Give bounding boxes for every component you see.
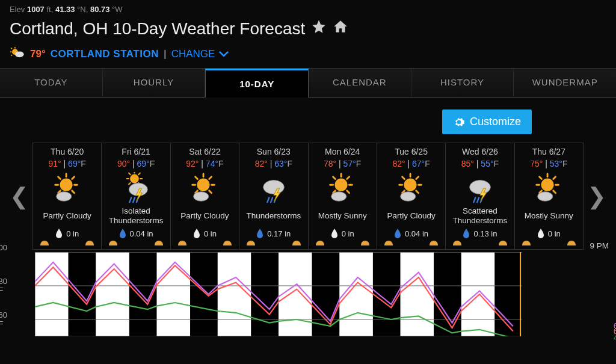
svg-line-51 <box>347 177 350 179</box>
svg-point-67 <box>541 179 554 191</box>
weather-icon <box>172 171 238 206</box>
svg-line-34 <box>196 177 198 179</box>
svg-line-14 <box>72 177 74 179</box>
svg-line-65 <box>477 197 479 202</box>
day-temps: 90° | 69°F <box>103 159 168 168</box>
day-condition: Mostly Sunny <box>310 206 375 226</box>
day-date: Wed 6/26 <box>447 147 513 156</box>
day-precip: 0 in <box>34 229 100 238</box>
day-condition: Partly Cloudy <box>172 206 238 226</box>
day-precip: 0 in <box>310 229 375 238</box>
next-arrow[interactable]: ❯ <box>584 185 610 208</box>
page-title: Cortland, OH 10-Day Weather Forecast <box>0 16 616 43</box>
day-condition: Mostly Sunny <box>516 206 582 226</box>
svg-line-4 <box>11 55 12 56</box>
svg-point-62 <box>400 192 415 201</box>
day-temps: 82° | 67°F <box>378 159 444 168</box>
sunrise-sunset <box>378 238 444 245</box>
svg-rect-89 <box>401 252 434 336</box>
svg-line-64 <box>473 197 475 202</box>
temperature-chart: 60 F80 F100 F 9 PM 65 °F65 °F49 ° <box>35 252 585 339</box>
current-temp: 79° <box>30 48 46 60</box>
customize-button[interactable]: Customize <box>442 110 532 134</box>
day-card[interactable]: Fri 6/2190° | 69°FIsolated Thunderstorms… <box>102 143 170 250</box>
sunrise-sunset <box>34 238 100 245</box>
svg-line-75 <box>553 177 556 179</box>
day-temps: 82° | 63°F <box>241 159 306 168</box>
tab-today[interactable]: TODAY <box>0 69 103 97</box>
day-card[interactable]: Tue 6/2582° | 67°FPartly Cloudy0.04 in <box>377 143 446 250</box>
svg-line-24 <box>138 173 140 175</box>
day-date: Thu 6/27 <box>516 147 582 156</box>
station-name[interactable]: CORTLAND STATION <box>51 48 159 60</box>
day-temps: 78° | 57°F <box>310 159 375 168</box>
day-precip: 0.04 in <box>103 229 168 238</box>
day-precip: 0.04 in <box>378 229 444 238</box>
sunrise-sunset <box>516 238 582 245</box>
star-icon[interactable] <box>311 19 327 39</box>
svg-point-39 <box>263 180 284 194</box>
weather-icon <box>103 171 168 206</box>
svg-line-72 <box>540 177 542 179</box>
day-date: Sat 6/22 <box>172 147 238 156</box>
tab-10-day[interactable]: 10-DAY <box>205 69 309 97</box>
svg-rect-91 <box>461 252 495 336</box>
nav-tabs: TODAYHOURLY10-DAYCALENDARHISTORYWUNDERMA… <box>0 68 616 97</box>
svg-line-3 <box>11 48 12 49</box>
day-date: Tue 6/25 <box>378 147 444 156</box>
svg-point-38 <box>194 192 209 201</box>
svg-line-40 <box>267 197 269 202</box>
svg-line-48 <box>333 177 336 179</box>
day-condition: Partly Cloudy <box>34 206 100 226</box>
svg-point-5 <box>15 51 24 57</box>
change-station-link[interactable]: CHANGE <box>171 48 230 60</box>
day-condition: Scattered Thunderstorms <box>447 206 513 226</box>
day-card[interactable]: Thu 6/2775° | 53°FMostly Sunny0 in <box>515 143 584 250</box>
day-precip: 0 in <box>172 229 238 238</box>
day-temps: 75° | 53°F <box>516 159 582 168</box>
svg-point-52 <box>331 192 346 201</box>
sun-cloud-icon <box>10 46 25 62</box>
tab-wundermap[interactable]: WUNDERMAP <box>514 69 616 97</box>
day-precip: 0 in <box>516 229 582 238</box>
tab-calendar[interactable]: CALENDAR <box>309 69 411 97</box>
chevron-down-icon <box>218 51 229 58</box>
svg-point-76 <box>538 192 553 201</box>
svg-rect-82 <box>190 252 218 336</box>
svg-rect-83 <box>218 252 251 336</box>
home-icon[interactable] <box>333 19 348 39</box>
day-card[interactable]: Sun 6/2382° | 63°FThunderstorms0.17 in <box>239 143 308 250</box>
day-card[interactable]: Sat 6/2292° | 74°FPartly Cloudy0 in <box>171 143 239 250</box>
day-date: Thu 6/20 <box>34 147 100 156</box>
svg-rect-84 <box>251 252 279 336</box>
station-row: 79° CORTLAND STATION | CHANGE <box>0 43 616 68</box>
day-card[interactable]: Mon 6/2478° | 57°FMostly Sunny0 in <box>309 143 377 250</box>
tab-history[interactable]: HISTORY <box>411 69 514 97</box>
svg-line-12 <box>72 191 74 193</box>
svg-rect-85 <box>279 252 312 336</box>
svg-line-23 <box>129 183 131 185</box>
day-temps: 85° | 55°F <box>447 159 513 168</box>
tab-hourly[interactable]: HOURLY <box>103 69 206 97</box>
day-card[interactable]: Thu 6/2091° | 69°FPartly Cloudy0 in <box>32 143 102 250</box>
day-card[interactable]: Wed 6/2685° | 55°FScattered Thunderstorm… <box>446 143 514 250</box>
svg-line-35 <box>209 191 212 193</box>
svg-point-15 <box>56 192 71 201</box>
weather-icon <box>447 171 513 206</box>
sunrise-sunset <box>310 238 375 245</box>
prev-arrow[interactable]: ❮ <box>6 185 32 208</box>
svg-line-37 <box>209 177 212 179</box>
day-condition: Partly Cloudy <box>378 206 444 226</box>
svg-line-58 <box>402 177 404 179</box>
day-date: Sun 6/23 <box>241 147 306 156</box>
sunrise-sunset <box>103 238 168 245</box>
svg-line-26 <box>129 197 131 202</box>
location-meta: Elev 1007 ft, 41.33 °N, 80.73 °W <box>0 0 616 16</box>
weather-icon <box>516 171 582 206</box>
day-date: Fri 6/21 <box>103 147 168 156</box>
day-precip: 0.17 in <box>241 229 306 238</box>
svg-line-61 <box>416 177 418 179</box>
weather-icon <box>34 171 100 206</box>
svg-line-21 <box>129 173 131 175</box>
svg-line-11 <box>58 177 60 179</box>
